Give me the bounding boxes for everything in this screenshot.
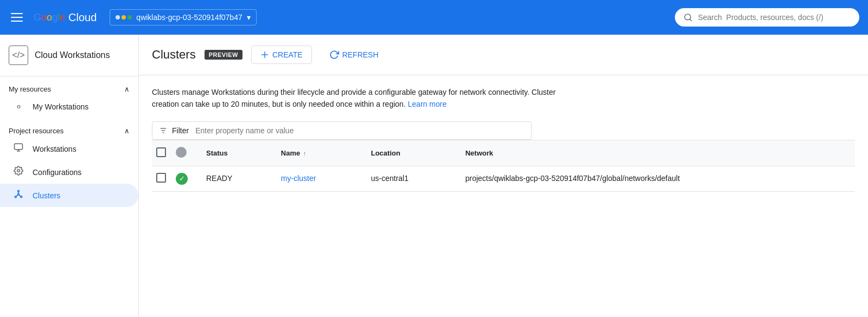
project-name: qwiklabs-gcp-03-520914f07b47: [136, 13, 242, 22]
svg-point-7: [15, 196, 16, 198]
project-resources-section[interactable]: Project resources ∧: [0, 118, 138, 137]
google-cloud-logo: Google Cloud: [34, 11, 97, 24]
page-title: Clusters: [152, 48, 196, 62]
preview-badge: PREVIEW: [205, 50, 242, 60]
page-header: Clusters PREVIEW CREATE REFRESH: [139, 35, 868, 75]
row-name: my-cluster: [272, 166, 362, 191]
row-checkbox[interactable]: [156, 173, 166, 183]
sidebar-item-configurations[interactable]: Configurations: [0, 160, 138, 184]
svg-rect-14: [261, 54, 268, 55]
col-network: Network: [457, 140, 855, 166]
learn-more-link[interactable]: Learn more: [408, 100, 447, 108]
hamburger-menu[interactable]: [9, 11, 25, 24]
row-network: projects/qwiklabs-gcp-03-520914f07b47/gl…: [457, 166, 855, 191]
sidebar-item-my-workstations[interactable]: ⚬ My Workstations: [0, 95, 138, 118]
plus-icon: [260, 50, 269, 59]
cloud-logo-text: Cloud: [68, 11, 97, 24]
svg-point-8: [21, 196, 22, 198]
select-all-checkbox[interactable]: [156, 147, 166, 157]
app-layout: </> Cloud Workstations My resources ∧ ⚬ …: [0, 35, 868, 317]
filter-label: Filter: [172, 126, 189, 135]
my-resources-section[interactable]: My resources ∧: [0, 76, 138, 95]
row-status-icon-cell: ✓: [171, 166, 197, 191]
main-body: Clusters manage Workstations during thei…: [139, 75, 868, 203]
clusters-table: Status Name ↑ Location Network: [152, 140, 855, 192]
svg-rect-2: [15, 144, 23, 150]
service-name: Cloud Workstations: [35, 50, 110, 60]
sidebar: </> Cloud Workstations My resources ∧ ⚬ …: [0, 35, 139, 317]
search-bar[interactable]: [675, 8, 859, 27]
create-button[interactable]: CREATE: [251, 46, 312, 64]
filter-icon: [159, 126, 168, 135]
sidebar-item-workstations[interactable]: Workstations: [0, 137, 138, 160]
refresh-button[interactable]: REFRESH: [321, 46, 387, 64]
row-status: READY: [197, 166, 272, 191]
project-selector[interactable]: qwiklabs-gcp-03-520914f07b47 ▾: [110, 9, 256, 25]
search-input[interactable]: [698, 13, 851, 22]
status-ready-icon: ✓: [176, 173, 188, 185]
cluster-name-link[interactable]: my-cluster: [281, 174, 316, 183]
person-icon: ⚬: [13, 101, 24, 113]
table-row: ✓ READY my-cluster us-central1 projects/…: [152, 166, 855, 191]
service-icon: </>: [9, 46, 28, 65]
clusters-icon: [13, 189, 24, 202]
svg-line-11: [16, 195, 18, 196]
workstations-icon: [13, 143, 24, 155]
chevron-down-icon: ▾: [247, 13, 251, 22]
svg-line-12: [19, 195, 21, 196]
row-location: us-central1: [362, 166, 457, 191]
select-all-cell[interactable]: [152, 140, 171, 166]
configurations-icon: [13, 166, 24, 178]
main-content: Clusters PREVIEW CREATE REFRESH Clusters…: [139, 35, 868, 317]
row-checkbox-cell[interactable]: [152, 166, 171, 191]
col-status: Status: [197, 140, 272, 166]
status-sort-icon: [176, 147, 187, 158]
chevron-up-icon: ∧: [124, 127, 130, 135]
svg-point-9: [18, 193, 20, 195]
chevron-up-icon: ∧: [124, 85, 130, 93]
svg-point-6: [18, 190, 20, 192]
status-sort-icon-cell: [171, 140, 197, 166]
sidebar-service-header: </> Cloud Workstations: [0, 35, 138, 76]
sidebar-item-clusters[interactable]: Clusters: [0, 184, 138, 207]
project-dots: [116, 15, 132, 20]
clusters-description: Clusters manage Workstations during thei…: [152, 86, 575, 111]
filter-input[interactable]: [195, 126, 525, 135]
col-location: Location: [362, 140, 457, 166]
sort-asc-icon: ↑: [303, 150, 307, 157]
table-header: Status Name ↑ Location Network: [152, 140, 855, 166]
refresh-icon: [329, 50, 339, 60]
svg-line-1: [690, 19, 691, 21]
svg-point-5: [17, 170, 20, 172]
clusters-table-wrapper: Status Name ↑ Location Network: [152, 140, 855, 192]
col-name[interactable]: Name ↑: [272, 140, 362, 166]
google-logo-text: Google: [34, 12, 65, 23]
search-icon: [684, 12, 692, 22]
filter-bar[interactable]: Filter: [152, 121, 532, 140]
table-body: ✓ READY my-cluster us-central1 projects/…: [152, 166, 855, 191]
top-navigation: Google Cloud qwiklabs-gcp-03-520914f07b4…: [0, 0, 868, 35]
